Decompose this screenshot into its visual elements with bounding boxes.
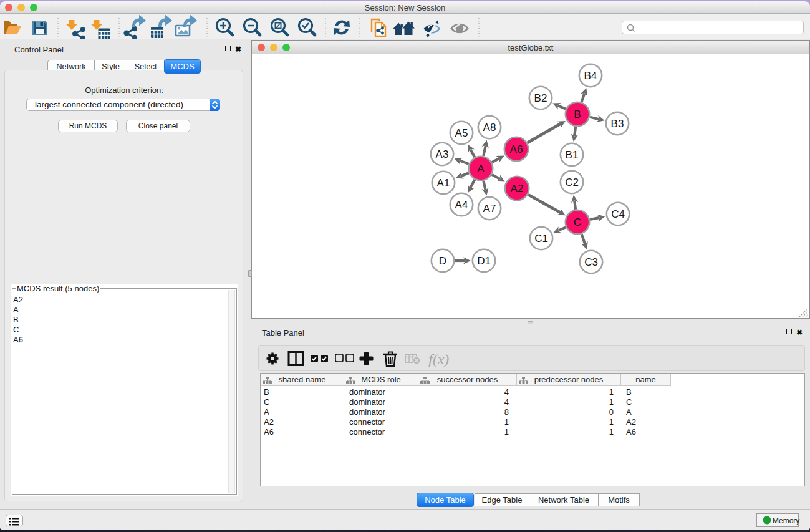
svg-text:C4: C4	[611, 208, 625, 220]
svg-text:A6: A6	[510, 143, 523, 155]
svg-text:B: B	[574, 109, 581, 120]
svg-text:D: D	[439, 255, 446, 267]
svg-text:C1: C1	[534, 233, 548, 244]
svg-text:A7: A7	[483, 203, 496, 215]
svg-text:C2: C2	[565, 177, 579, 188]
svg-text:A8: A8	[483, 122, 496, 133]
svg-text:A5: A5	[455, 127, 468, 139]
svg-text:A1: A1	[437, 177, 450, 189]
svg-text:A2: A2	[511, 183, 524, 195]
svg-text:A3: A3	[436, 148, 449, 160]
svg-text:A4: A4	[455, 199, 468, 211]
svg-text:A: A	[477, 163, 485, 175]
svg-text:B2: B2	[534, 92, 547, 104]
svg-text:B1: B1	[566, 149, 579, 161]
svg-text:D1: D1	[477, 255, 491, 267]
svg-text:f(x): f(x)	[428, 351, 449, 367]
svg-text:B4: B4	[584, 70, 597, 82]
svg-text:B3: B3	[611, 118, 624, 130]
svg-text:C: C	[574, 216, 581, 228]
svg-text:C3: C3	[584, 256, 598, 268]
